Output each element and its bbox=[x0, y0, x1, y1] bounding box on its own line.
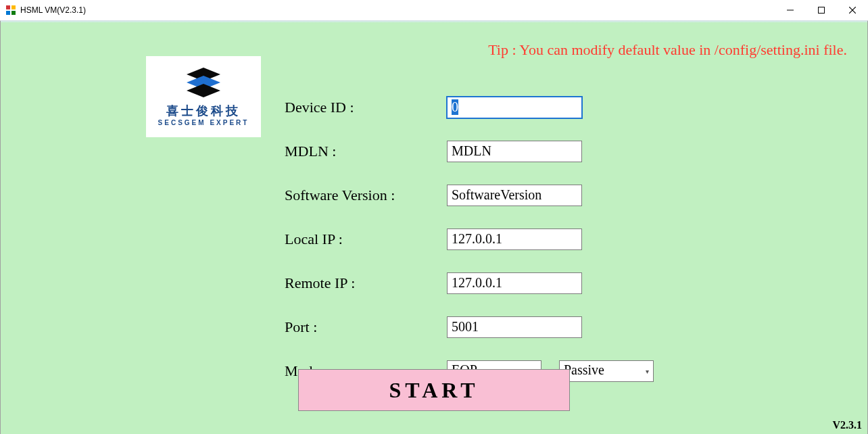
software-version-input[interactable] bbox=[447, 185, 582, 206]
mdln-input[interactable] bbox=[447, 141, 582, 162]
maximize-button[interactable] bbox=[806, 0, 837, 20]
svg-rect-1 bbox=[11, 5, 16, 9]
device-id-label: Device ID : bbox=[285, 99, 447, 116]
version-label: V2.3.1 bbox=[832, 419, 862, 431]
row-mdln: MDLN : bbox=[285, 129, 671, 173]
start-button[interactable]: START bbox=[298, 369, 570, 411]
chevron-down-icon: ▾ bbox=[646, 367, 649, 375]
svg-marker-8 bbox=[187, 84, 220, 97]
titlebar: HSML VM(V2.3.1) bbox=[0, 0, 868, 21]
svg-rect-4 bbox=[787, 10, 794, 11]
svg-rect-0 bbox=[6, 5, 10, 9]
row-device-id: Device ID : bbox=[285, 85, 671, 129]
device-id-input[interactable] bbox=[447, 97, 582, 118]
company-logo: 喜士俊科技 SECSGEM EXPERT bbox=[146, 56, 261, 137]
logo-icon bbox=[183, 68, 224, 99]
tip-text: Tip : You can modify default value in /c… bbox=[488, 41, 847, 59]
software-version-label: Software Version : bbox=[285, 187, 447, 204]
accent-strip bbox=[1, 20, 867, 22]
remote-ip-label: Remote IP : bbox=[285, 274, 447, 292]
remote-ip-input[interactable] bbox=[447, 272, 582, 294]
settings-form: Device ID : MDLN : Software Version : Lo… bbox=[285, 85, 671, 393]
port-label: Port : bbox=[285, 318, 447, 336]
app-icon bbox=[5, 5, 16, 16]
mode-activepassive-select[interactable]: Passive ▾ bbox=[559, 360, 654, 382]
local-ip-label: Local IP : bbox=[285, 231, 447, 248]
window-title: HSML VM(V2.3.1) bbox=[20, 5, 86, 15]
local-ip-input[interactable] bbox=[447, 228, 582, 250]
svg-rect-3 bbox=[11, 11, 16, 15]
close-button[interactable] bbox=[837, 0, 868, 20]
row-port: Port : bbox=[285, 305, 671, 349]
svg-rect-5 bbox=[819, 7, 825, 14]
row-remote-ip: Remote IP : bbox=[285, 261, 671, 305]
logo-text-cn: 喜士俊科技 bbox=[166, 103, 241, 119]
mdln-label: MDLN : bbox=[285, 143, 447, 160]
row-software-version: Software Version : bbox=[285, 173, 671, 217]
row-local-ip: Local IP : bbox=[285, 217, 671, 261]
port-input[interactable] bbox=[447, 316, 582, 338]
start-button-label: START bbox=[389, 378, 479, 403]
mode-activepassive-value: Passive bbox=[564, 362, 604, 377]
minimize-button[interactable] bbox=[775, 0, 806, 20]
logo-text-en: SECSGEM EXPERT bbox=[158, 119, 249, 126]
client-area: Tip : You can modify default value in /c… bbox=[0, 21, 868, 434]
svg-rect-2 bbox=[6, 11, 10, 15]
